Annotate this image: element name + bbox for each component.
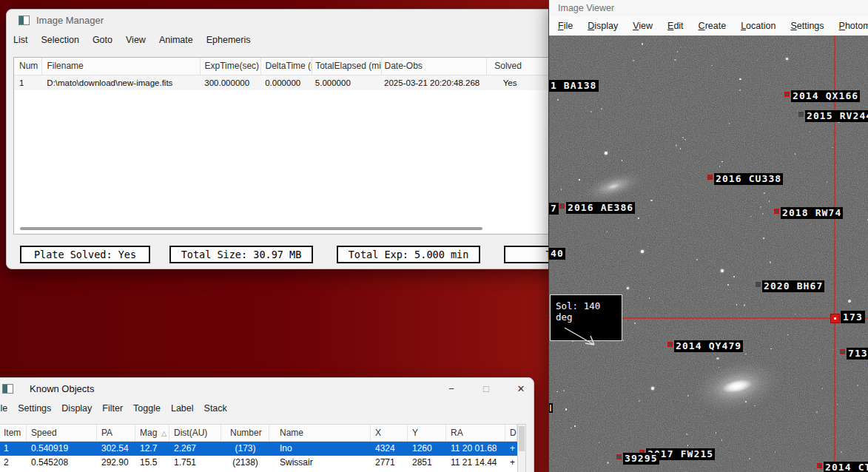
object-marker-icon <box>784 92 790 97</box>
object-label[interactable]: 2016 AE386 <box>559 202 635 214</box>
table-row[interactable]: 1D:\mato\download\new-image.fits300.0000… <box>14 75 554 90</box>
image-manager-title: Image Manager <box>36 15 104 26</box>
horizontal-scrollbar[interactable] <box>20 227 482 230</box>
object-label[interactable]: 2018 RW74 <box>774 207 843 219</box>
im-menu-selection[interactable]: Selection <box>34 35 85 45</box>
object-marker-icon <box>559 203 565 209</box>
iv-menu-settings[interactable]: Settings <box>783 21 831 31</box>
column-header-mag[interactable]: Mag△ <box>135 425 169 441</box>
star <box>579 179 580 181</box>
object-row[interactable]: 20.545208292.9015.51.751(2138)Swissair27… <box>0 456 517 470</box>
known-objects-table-header: ItemSpeedPAMag△Dist(AU)NumberNameXYRADE <box>0 424 517 442</box>
cell: 0.540919 <box>27 442 97 456</box>
ko-menu-settings[interactable]: Settings <box>13 403 56 414</box>
star <box>591 111 592 112</box>
column-header-filename[interactable]: Filename <box>42 58 200 75</box>
im-menu-goto[interactable]: Goto <box>86 35 119 45</box>
object-label[interactable]: 2014 QX166 <box>784 90 860 102</box>
column-header-deltatime (min)[interactable]: DeltaTime (min) <box>261 58 312 75</box>
column-header-solved[interactable]: Solved <box>487 58 554 75</box>
iv-menu-location[interactable]: Location <box>733 21 783 31</box>
column-header-date-obs[interactable]: Date-Obs <box>382 58 488 75</box>
status-box: Total Exp: 5.000 min <box>337 246 480 263</box>
scrollbar-thumb[interactable] <box>519 426 525 451</box>
column-header-dist(au)[interactable]: Dist(AU) <box>169 425 221 441</box>
column-header-num[interactable]: Num <box>14 58 42 75</box>
im-menu-list[interactable]: List <box>7 35 34 45</box>
known-objects-table: ItemSpeedPAMag△Dist(AU)NumberNameXYRADE … <box>0 424 517 472</box>
object-label[interactable]: 7137 <box>840 348 868 360</box>
star <box>744 304 745 306</box>
cell: 1 <box>0 442 27 456</box>
column-header-item[interactable]: Item <box>0 425 27 441</box>
close-button[interactable]: ✕ <box>509 380 533 397</box>
object-label[interactable]: 2015 RV244 <box>798 110 868 122</box>
column-header-speed[interactable]: Speed <box>27 425 97 441</box>
star <box>750 216 752 218</box>
image-manager-table-header: NumFilenameExpTime(sec)DeltaTime (min)To… <box>14 58 554 75</box>
star <box>686 434 687 435</box>
cell: 12.7 <box>135 442 169 456</box>
ko-menu-label[interactable]: Label <box>166 403 199 414</box>
column-header-number[interactable]: Number <box>221 425 269 441</box>
image-manager-menubar: ListSelectionGotoViewAnimateEphemeris <box>7 30 554 50</box>
status-box: Total Size: 30.97 MB <box>169 246 313 263</box>
object-label[interactable]: 2016 CU338 <box>707 173 783 185</box>
cell: D:\mato\download\new-image.fits <box>42 75 200 90</box>
column-header-totalelapsed (min)[interactable]: TotalElapsed (min) <box>312 58 381 75</box>
cell: 1 <box>14 75 42 90</box>
column-header-y[interactable]: Y <box>408 425 446 441</box>
object-label[interactable]: 39295 <box>616 453 659 465</box>
star <box>565 408 567 410</box>
iv-menu-view[interactable]: View <box>625 21 660 31</box>
bright-star <box>605 152 608 155</box>
iv-menu-display[interactable]: Display <box>580 21 625 31</box>
ko-menu-toggle[interactable]: Toggle <box>128 403 166 414</box>
object-label[interactable]: 40 <box>549 248 565 260</box>
iv-menu-create[interactable]: Create <box>691 21 734 31</box>
iv-menu-photometry[interactable]: Photometry <box>832 21 868 31</box>
im-menu-view[interactable]: View <box>119 35 152 45</box>
column-header-x[interactable]: X <box>371 425 408 441</box>
crosshair-object-label[interactable]: 173 <box>841 311 865 323</box>
im-menu-ephemeris[interactable]: Ephemeris <box>200 35 258 45</box>
cell: (173) <box>221 442 269 456</box>
cell: Yes <box>487 75 554 90</box>
object-label[interactable]: 2014 CT30 <box>817 462 868 472</box>
iv-menu-file[interactable]: File <box>551 21 580 31</box>
cell: 5.000000 <box>312 75 381 90</box>
known-objects-window-icon <box>2 384 13 394</box>
minimize-button[interactable]: − <box>440 380 463 397</box>
ko-menu-stack[interactable]: Stack <box>199 403 232 414</box>
known-objects-titlebar[interactable]: Known Objects − □ ✕ <box>0 378 534 399</box>
ko-menu-display[interactable]: Display <box>56 403 97 414</box>
column-header-name[interactable]: Name <box>269 425 371 441</box>
ko-menu-file[interactable]: File <box>0 403 13 414</box>
star <box>599 442 600 443</box>
star <box>674 59 676 61</box>
ko-menu-filter[interactable]: Filter <box>97 403 128 414</box>
column-header-de[interactable]: DE <box>505 425 517 441</box>
crosshair-center-marker <box>830 314 840 323</box>
column-header-pa[interactable]: PA <box>97 425 135 441</box>
column-header-ra[interactable]: RA <box>446 425 505 441</box>
starfield-image[interactable]: Sol: 140 deg 173 1 BA1382014 QX1662015 R… <box>549 36 868 472</box>
star <box>563 390 565 391</box>
star <box>729 123 730 124</box>
iv-menu-edit[interactable]: Edit <box>660 21 691 31</box>
object-label[interactable]: 7 <box>549 203 559 215</box>
column-header-exptime(sec)[interactable]: ExpTime(sec) <box>201 58 262 75</box>
star <box>601 108 602 109</box>
image-manager-titlebar[interactable]: Image Manager <box>7 10 554 30</box>
image-manager-table: NumFilenameExpTime(sec)DeltaTime (min)To… <box>13 57 555 235</box>
im-menu-animate[interactable]: Animate <box>152 35 200 45</box>
cell: (2138) <box>221 456 269 470</box>
object-label[interactable]: 2020 BH67 <box>756 280 824 292</box>
image-viewer-titlebar[interactable]: Image Viewer <box>549 0 868 16</box>
object-label[interactable]: 1 BA138 <box>549 80 599 92</box>
cell: + <box>505 442 517 456</box>
object-row[interactable]: 10.540919302.5412.72.267(173)Ino43241260… <box>0 442 517 456</box>
vertical-scrollbar[interactable] <box>517 424 526 472</box>
maximize-button[interactable]: □ <box>474 380 498 397</box>
object-label[interactable]: 2014 QY479 <box>667 340 743 352</box>
